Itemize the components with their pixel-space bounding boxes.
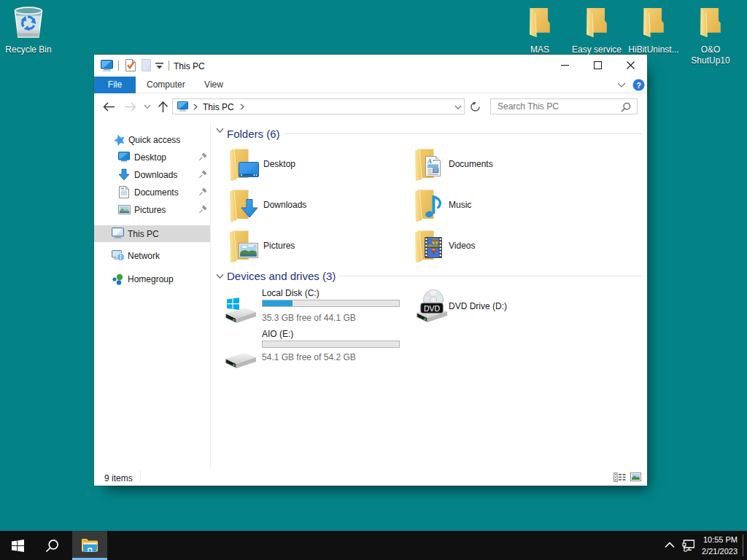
svg-text:DVD: DVD bbox=[424, 304, 441, 313]
svg-text:?: ? bbox=[636, 81, 641, 90]
svg-text:A: A bbox=[427, 158, 432, 165]
